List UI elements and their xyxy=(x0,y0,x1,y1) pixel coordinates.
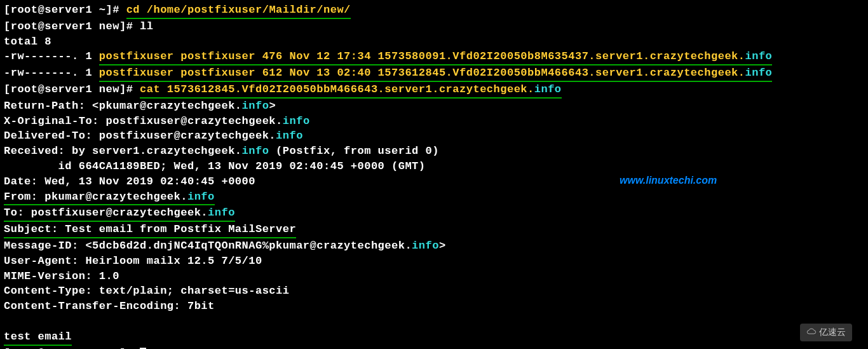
terminal-text-segment: Received: by server1.crazytechgeek. xyxy=(4,145,242,157)
terminal-text-segment: To: postfixuser@crazytechgeek. xyxy=(4,205,208,222)
terminal-line: [root@server1 new]# cat 1573612845.Vfd02… xyxy=(4,82,864,99)
terminal-text-segment: Content-Type: text/plain; charset=us-asc… xyxy=(4,285,289,297)
terminal-text-segment: id 664CA1189BED; Wed, 13 Nov 2019 02:40:… xyxy=(4,160,426,172)
terminal-line: Received: by server1.crazytechgeek.info … xyxy=(4,144,864,159)
watermark-link: www.linuxtechi.com xyxy=(620,174,717,188)
terminal-text-segment: info xyxy=(242,100,269,112)
terminal-line: [root@server1 ~]# cd /home/postfixuser/M… xyxy=(4,3,864,19)
terminal-line: test email xyxy=(4,329,864,346)
terminal-line: [root@server1 new]# xyxy=(4,346,864,349)
terminal-text-segment: Message-ID: <5dcb6d2d.dnjNC4IqTQOnRNAG%p… xyxy=(4,240,412,252)
terminal-text-segment: info xyxy=(412,240,439,252)
terminal-text-segment: X-Original-To: postfixuser@crazytechgeek… xyxy=(4,115,283,127)
terminal-text-segment: > xyxy=(439,240,446,252)
terminal-text-segment: From: pkumar@crazytechgeek. xyxy=(4,189,187,206)
terminal-text-segment: Return-Path: <pkumar@crazytechgeek. xyxy=(4,100,242,112)
terminal-text-segment: Subject: Test email from Postfix MailSer… xyxy=(4,222,296,238)
terminal-text-segment: postfixuser postfixuser 612 Nov 13 02:40… xyxy=(99,65,745,82)
terminal-text-segment: (Postfix, from userid 0) xyxy=(269,145,439,157)
watermark-logo: 亿速云 xyxy=(800,324,852,341)
terminal-text-segment: Delivered-To: postfixuser@crazytechgeek. xyxy=(4,130,276,142)
terminal-line xyxy=(4,314,864,329)
terminal-text-segment: info xyxy=(534,82,562,99)
terminal-line: Subject: Test email from Postfix MailSer… xyxy=(4,222,864,238)
terminal-line: X-Original-To: postfixuser@crazytechgeek… xyxy=(4,114,864,129)
terminal-line: Content-Transfer-Encoding: 7bit xyxy=(4,299,864,314)
terminal-line: -rw-------. 1 postfixuser postfixuser 61… xyxy=(4,65,864,82)
terminal-line: id 664CA1189BED; Wed, 13 Nov 2019 02:40:… xyxy=(4,159,864,174)
terminal-line: -rw-------. 1 postfixuser postfixuser 47… xyxy=(4,49,864,65)
cloud-icon xyxy=(806,326,817,339)
terminal-line: total 8 xyxy=(4,34,864,50)
terminal-line: MIME-Version: 1.0 xyxy=(4,269,864,284)
terminal-text-segment: info xyxy=(187,189,215,206)
terminal-text-segment: test email xyxy=(4,329,72,346)
terminal-text-segment: cd /home/postfixuser/Maildir/new/ xyxy=(126,3,351,19)
terminal-text-segment: -rw-------. 1 xyxy=(4,67,99,79)
terminal-text-segment: Date: Wed, 13 Nov 2019 02:40:45 +0000 xyxy=(4,175,255,188)
terminal-text-segment: [root@server1 new]# xyxy=(4,347,140,349)
terminal-text-segment: cat 1573612845.Vfd02I20050bbM466643.serv… xyxy=(140,82,534,99)
terminal-text-segment: User-Agent: Heirloom mailx 12.5 7/5/10 xyxy=(4,255,262,267)
terminal-text-segment: [root@server1 new]# xyxy=(4,83,140,95)
terminal-text-segment xyxy=(4,315,11,327)
terminal-text-segment: info xyxy=(208,205,235,222)
terminal-line: To: postfixuser@crazytechgeek.info xyxy=(4,205,864,222)
terminal-text-segment: info xyxy=(745,65,773,82)
terminal-text-segment: info xyxy=(745,49,773,65)
terminal-text-segment: info xyxy=(276,130,303,142)
terminal-text-segment: Content-Transfer-Encoding: 7bit xyxy=(4,300,215,312)
terminal-text-segment: info xyxy=(283,115,310,127)
watermark-logo-text: 亿速云 xyxy=(819,326,846,339)
terminal-line: Return-Path: <pkumar@crazytechgeek.info> xyxy=(4,99,864,114)
terminal-text-segment: postfixuser postfixuser 476 Nov 12 17:34… xyxy=(99,49,745,65)
terminal-line: Message-ID: <5dcb6d2d.dnjNC4IqTQOnRNAG%p… xyxy=(4,238,864,254)
terminal-text-segment: [root@server1 ~]# xyxy=(4,4,126,16)
terminal-text-segment: info xyxy=(242,145,269,157)
terminal-line: Date: Wed, 13 Nov 2019 02:40:45 +0000 xyxy=(4,174,864,189)
terminal-line: Content-Type: text/plain; charset=us-asc… xyxy=(4,284,864,299)
terminal-line: [root@server1 new]# ll xyxy=(4,19,864,34)
terminal-text-segment: total 8 xyxy=(4,36,51,48)
terminal-line: User-Agent: Heirloom mailx 12.5 7/5/10 xyxy=(4,254,864,269)
terminal-line: Delivered-To: postfixuser@crazytechgeek.… xyxy=(4,128,864,144)
terminal-output[interactable]: [root@server1 ~]# cd /home/postfixuser/M… xyxy=(4,3,864,349)
terminal-text-segment: > xyxy=(269,100,276,112)
terminal-line: From: pkumar@crazytechgeek.info xyxy=(4,189,864,206)
terminal-text-segment: -rw-------. 1 xyxy=(4,50,99,62)
terminal-text-segment: MIME-Version: 1.0 xyxy=(4,270,119,282)
terminal-text-segment: [root@server1 new]# ll xyxy=(4,20,153,32)
